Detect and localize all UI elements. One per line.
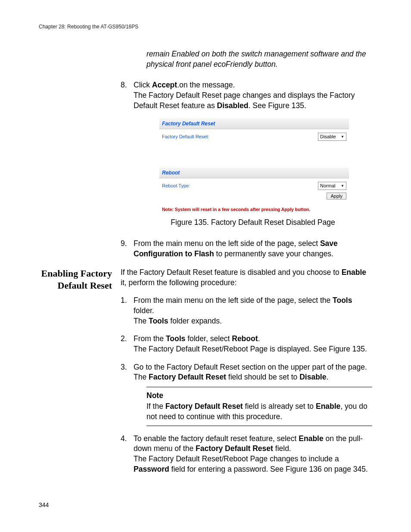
step-number: 3.	[121, 362, 127, 373]
intro-paragraph: If the Factory Default Reset feature is …	[121, 268, 372, 288]
fdr-select-value: Disable	[320, 134, 336, 140]
reboot-type-select[interactable]: Normal ▼	[318, 182, 346, 190]
step-number: 1.	[121, 296, 127, 306]
chevron-down-icon: ▼	[341, 184, 344, 188]
step-number: 9.	[121, 239, 127, 249]
fdr-label: Factory Default Reset:	[162, 134, 318, 140]
note-body: If the Factory Default Reset field is al…	[146, 401, 372, 422]
steps-list-upper: 8. Click Accept.on the message. The Fact…	[121, 80, 372, 259]
document-page: Chapter 28: Rebooting the AT-GS950/16PS …	[0, 0, 411, 532]
reset-warning-note: Note: System will reset in a few seconds…	[159, 200, 349, 212]
apply-row: Apply	[159, 191, 349, 200]
step-9: 9. From the main menu on the left side o…	[121, 239, 372, 259]
step-2: 2. From the Tools folder, select Reboot.…	[121, 334, 372, 354]
step-text: Click Accept.on the message. The Factory…	[134, 81, 355, 109]
fdr-select[interactable]: Disable ▼	[318, 133, 346, 141]
step-text: From the Tools folder, select Reboot. Th…	[134, 334, 367, 353]
reboot-section-header: Reboot	[159, 168, 349, 178]
chapter-running-head: Chapter 28: Rebooting the AT-GS950/16PS	[39, 24, 372, 30]
step-number: 8.	[121, 80, 127, 90]
side-heading: Enabling Factory Default Reset	[39, 268, 121, 482]
step-3: 3. Go to the Factory Default Reset secti…	[121, 362, 372, 426]
step-text: From the main menu on the left side of t…	[134, 296, 352, 325]
enabling-fdr-section: Enabling Factory Default Reset If the Fa…	[39, 268, 372, 482]
reboot-type-label: Reboot Type:	[162, 183, 318, 189]
fdr-section-header: Factory Default Reset	[159, 118, 349, 129]
fdr-row: Factory Default Reset: Disable ▼	[159, 129, 349, 142]
steps-list-lower: 1. From the main menu on the left side o…	[121, 296, 372, 474]
step-number: 4.	[121, 434, 127, 444]
step-text: Go to the Factory Default Reset section …	[134, 363, 367, 382]
figure-135-ui: Factory Default Reset Factory Default Re…	[159, 118, 349, 212]
step-text: From the main menu on the left side of t…	[134, 239, 338, 258]
reboot-type-value: Normal	[320, 183, 335, 189]
step-number: 2.	[121, 334, 127, 344]
step-text: To enable the factory default reset feat…	[134, 434, 368, 473]
step-4: 4. To enable the factory default reset f…	[121, 434, 372, 475]
page-number: 344	[39, 501, 49, 508]
step-8: 8. Click Accept.on the message. The Fact…	[121, 80, 372, 228]
section-heading: Enabling Factory Default Reset	[39, 268, 112, 291]
chevron-down-icon: ▼	[341, 135, 344, 139]
panel-spacer	[159, 142, 349, 168]
apply-button[interactable]: Apply	[327, 193, 346, 199]
section-body: If the Factory Default Reset feature is …	[121, 268, 372, 482]
figure-caption: Figure 135. Factory Default Reset Disabl…	[134, 218, 372, 228]
reboot-row: Reboot Type: Normal ▼	[159, 178, 349, 191]
step-1: 1. From the main menu on the left side o…	[121, 296, 372, 326]
continued-italic-paragraph: remain Enabled on both the switch manage…	[146, 49, 372, 69]
note-block: Note If the Factory Default Reset field …	[146, 387, 372, 426]
upper-content: remain Enabled on both the switch manage…	[121, 49, 372, 259]
note-heading: Note	[146, 391, 372, 401]
